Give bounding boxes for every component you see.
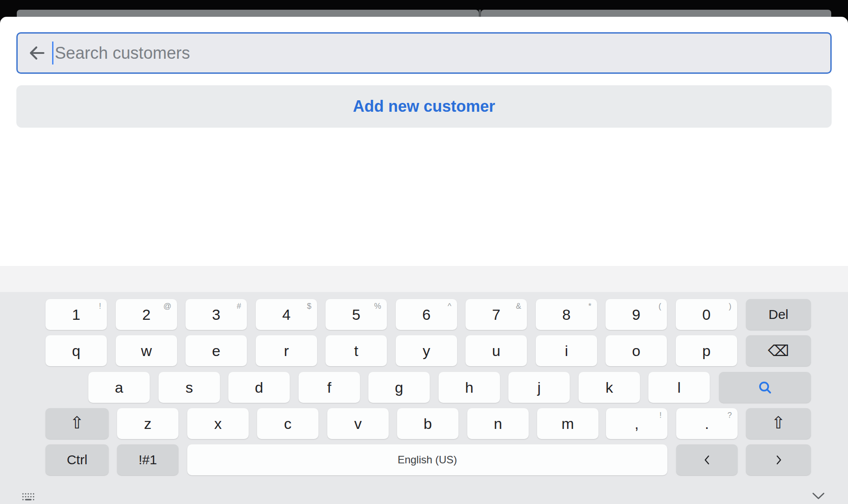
key-label: n <box>494 415 502 432</box>
key-c[interactable]: c <box>257 408 318 439</box>
keyboard-dismiss-chevron-down-icon[interactable] <box>811 491 826 502</box>
add-new-customer-button[interactable]: Add new customer <box>16 85 832 128</box>
key-l[interactable]: l <box>648 372 710 403</box>
key-shift-left[interactable]: ⇧ <box>45 408 109 439</box>
key-hint: @ <box>163 302 171 311</box>
key-label: y <box>423 342 430 360</box>
key-hint: * <box>588 302 591 311</box>
key-t[interactable]: t <box>326 335 387 366</box>
key-j[interactable]: j <box>508 372 570 403</box>
key-shift-right[interactable]: ⇧ <box>746 408 811 439</box>
keyboard-handle-icon[interactable] <box>21 492 36 503</box>
key-label: u <box>492 342 500 360</box>
key-d[interactable]: d <box>228 372 290 403</box>
key-x[interactable]: x <box>187 408 249 439</box>
key-search[interactable] <box>719 372 811 403</box>
key-y[interactable]: y <box>396 335 457 366</box>
key-symbols[interactable]: !#1 <box>117 444 178 475</box>
key-0[interactable]: 0) <box>676 299 737 330</box>
key-hint: & <box>516 302 521 311</box>
key-4[interactable]: 4$ <box>256 299 317 330</box>
back-arrow-icon[interactable] <box>26 43 46 63</box>
key-v[interactable]: v <box>327 408 389 439</box>
chevron-left-icon <box>700 453 714 466</box>
key-hint: ( <box>659 302 661 311</box>
screen: { "search": { "placeholder": "Search cus… <box>0 0 848 504</box>
key-o[interactable]: o <box>606 335 667 366</box>
key-3[interactable]: 3# <box>186 299 247 330</box>
key-label: . <box>705 415 709 432</box>
key-hint: ) <box>729 302 731 311</box>
key-cursor-right[interactable] <box>746 444 811 475</box>
key-u[interactable]: u <box>466 335 527 366</box>
key-label: d <box>255 379 263 396</box>
key-9[interactable]: 9( <box>606 299 667 330</box>
shift-icon: ⇧ <box>70 414 84 431</box>
text-caret <box>52 42 53 64</box>
key-label: a <box>115 379 123 396</box>
key-hint: ? <box>727 411 732 420</box>
key-k[interactable]: k <box>579 372 640 403</box>
key-n[interactable]: n <box>467 408 529 439</box>
key-label: t <box>354 342 358 360</box>
key-hint: # <box>237 302 241 311</box>
key-label: b <box>424 415 432 432</box>
key-backspace[interactable]: ⌫ <box>746 335 811 366</box>
key-label: 5 <box>352 306 360 323</box>
key-s[interactable]: s <box>159 372 220 403</box>
key-space[interactable]: English (US) <box>187 444 667 475</box>
key-q[interactable]: q <box>45 335 107 366</box>
key-w[interactable]: w <box>116 335 177 366</box>
key-1[interactable]: 1! <box>45 299 107 330</box>
key-e[interactable]: e <box>186 335 247 366</box>
key-label: m <box>561 415 574 432</box>
key-label: l <box>678 379 681 396</box>
key-label: !#1 <box>139 452 157 467</box>
key-period[interactable]: .? <box>676 408 738 439</box>
key-label: h <box>465 379 473 396</box>
key-p[interactable]: p <box>676 335 737 366</box>
key-label: , <box>635 415 639 432</box>
key-a[interactable]: a <box>88 372 150 403</box>
key-comma[interactable]: ,! <box>606 408 667 439</box>
key-delete[interactable]: Del <box>746 299 811 330</box>
key-z[interactable]: z <box>117 408 178 439</box>
search-input[interactable]: Search customers <box>16 32 832 74</box>
key-ctrl[interactable]: Ctrl <box>45 444 109 475</box>
key-label: 7 <box>492 306 500 323</box>
key-label: 3 <box>212 306 220 323</box>
key-label: o <box>632 342 640 360</box>
add-new-customer-label: Add new customer <box>353 97 495 116</box>
key-label: p <box>702 342 711 360</box>
key-label: f <box>327 379 331 396</box>
key-label: v <box>354 415 362 432</box>
key-label: 4 <box>282 306 291 323</box>
key-m[interactable]: m <box>537 408 598 439</box>
key-hint: ^ <box>448 302 451 311</box>
key-label: c <box>284 415 292 432</box>
keyboard-toolbar <box>0 266 848 292</box>
key-label: i <box>565 342 568 360</box>
search-placeholder: Search customers <box>55 44 190 63</box>
key-h[interactable]: h <box>439 372 500 403</box>
key-label: q <box>72 342 80 360</box>
key-i[interactable]: i <box>536 335 597 366</box>
key-hint: % <box>374 302 381 311</box>
key-6[interactable]: 6^ <box>396 299 457 330</box>
key-5[interactable]: 5% <box>326 299 387 330</box>
search-icon <box>757 379 773 395</box>
key-hint: ! <box>99 302 101 311</box>
key-label: 1 <box>72 306 80 323</box>
key-label: j <box>538 379 541 396</box>
key-g[interactable]: g <box>368 372 430 403</box>
key-2[interactable]: 2@ <box>116 299 177 330</box>
key-f[interactable]: f <box>299 372 360 403</box>
key-label: r <box>284 342 289 360</box>
key-b[interactable]: b <box>397 408 458 439</box>
shift-icon: ⇧ <box>772 414 786 431</box>
key-r[interactable]: r <box>256 335 317 366</box>
key-8[interactable]: 8* <box>536 299 597 330</box>
key-cursor-left[interactable] <box>676 444 738 475</box>
key-label: w <box>141 342 152 360</box>
key-7[interactable]: 7& <box>466 299 527 330</box>
